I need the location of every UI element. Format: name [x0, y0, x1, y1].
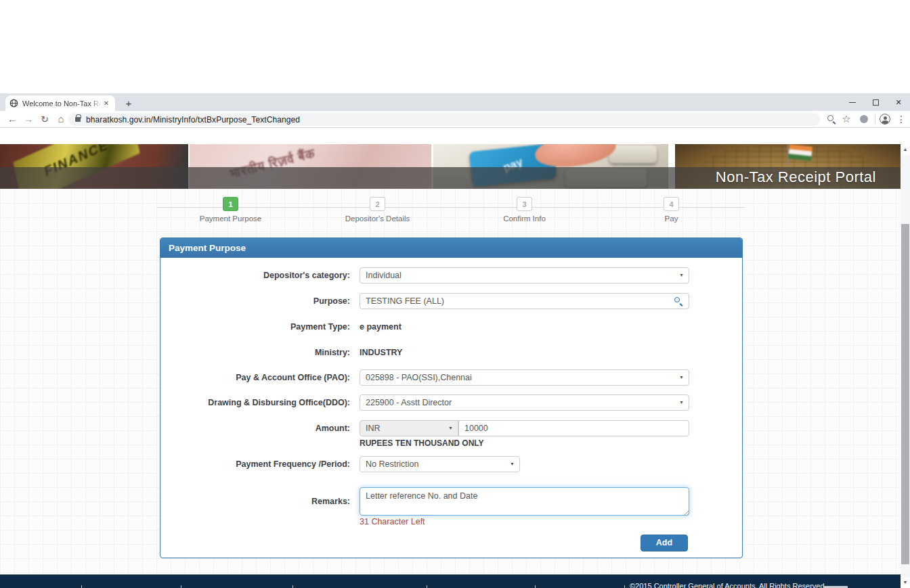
page-content: FINANCE भारतीय रिज़र्व बैंक pay Non-Tax	[0, 128, 910, 588]
globe-favicon-icon	[9, 99, 18, 108]
depositor-category-select[interactable]: Individual ▼	[360, 267, 689, 284]
step-3-box: 3	[517, 197, 532, 211]
ministry-label: Ministry:	[160, 348, 350, 357]
page-scrollbar[interactable]: ▲ ▼	[901, 144, 910, 588]
footer-separator	[624, 585, 625, 588]
step-2-box: 2	[370, 197, 385, 211]
tab-close-icon[interactable]: ✕	[102, 99, 111, 108]
frequency-label: Payment Frequency /Period:	[160, 456, 350, 472]
footer-separator	[292, 585, 293, 588]
scroll-down-arrow[interactable]: ▼	[901, 577, 910, 588]
close-button[interactable]: ✕	[887, 93, 910, 111]
currency-value: INR	[366, 424, 381, 433]
ddo-value: 225900 - Asstt Director	[366, 398, 452, 407]
amount-input[interactable]	[464, 424, 681, 433]
address-bar[interactable]: bharatkosh.gov.in/MinistryInfo/txtBxPurp…	[68, 113, 820, 126]
purpose-input[interactable]	[366, 296, 664, 306]
banner: FINANCE भारतीय रिज़र्व बैंक pay Non-Tax	[0, 144, 901, 189]
chevron-down-icon: ▼	[679, 268, 684, 283]
footer-separator	[427, 585, 427, 588]
wizard-stepper: 1 Payment Purpose 2 Depositor's Details …	[157, 197, 745, 228]
amount-in-words: RUPEES TEN THOUSAND ONLY	[360, 438, 484, 448]
depositor-category-value: Individual	[366, 271, 402, 280]
amount-label: Amount:	[160, 420, 350, 436]
depositor-category-label: Depositor's category:	[160, 267, 350, 284]
window-controls: ✕	[841, 93, 910, 111]
payment-type-value: e payment	[360, 322, 402, 332]
step-payment-purpose: 1 Payment Purpose	[157, 197, 304, 223]
scroll-up-arrow[interactable]: ▲	[901, 144, 910, 155]
tab-bar: Welcome to Non-Tax Receipt Por ✕ + ✕	[0, 93, 910, 111]
chevron-down-icon: ▼	[679, 370, 684, 385]
toolbar-divider	[875, 114, 875, 124]
ministry-value: INDUSTRY	[360, 348, 402, 357]
ddo-label: Drawing & Disbursing Office(DDO):	[160, 394, 350, 411]
amount-field	[458, 420, 689, 436]
step-3-label: Confirm Info	[451, 214, 598, 223]
add-button[interactable]: Add	[641, 535, 688, 551]
tab-title: Welcome to Non-Tax Receipt Por	[22, 99, 102, 108]
step-1-label: Payment Purpose	[157, 214, 304, 223]
step-1-box: 1	[223, 197, 238, 211]
footer-separator	[535, 585, 536, 588]
home-button[interactable]: ⌂	[54, 112, 68, 126]
browser-tab[interactable]: Welcome to Non-Tax Receipt Por ✕	[5, 95, 115, 111]
step-depositors-details: 2 Depositor's Details	[304, 197, 451, 223]
back-button[interactable]: ←	[5, 112, 19, 126]
portal-title: Non-Tax Receipt Portal	[716, 168, 876, 186]
payment-purpose-panel: Payment Purpose Depositor's category: In…	[160, 238, 743, 558]
step-confirm-info: 3 Confirm Info	[451, 197, 598, 223]
india-flag	[788, 144, 812, 160]
purpose-label: Purpose:	[160, 293, 350, 309]
ddo-select[interactable]: 225900 - Asstt Director ▼	[360, 394, 689, 411]
currency-select[interactable]: INR ▼	[360, 420, 458, 436]
panel-title: Payment Purpose	[160, 238, 742, 258]
purpose-field	[360, 293, 689, 309]
scrollbar-thumb[interactable]	[901, 224, 909, 564]
step-4-box: 4	[664, 197, 679, 211]
zoom-indicator-icon[interactable]	[825, 113, 838, 125]
footer-separator	[81, 585, 82, 588]
menu-dots-icon[interactable]: ⋮	[895, 113, 907, 125]
pao-select[interactable]: 025898 - PAO(SSI),Chennai ▼	[360, 369, 689, 386]
minimize-button[interactable]	[841, 93, 864, 111]
minimize-icon	[849, 102, 856, 103]
chevron-down-icon: ▼	[510, 457, 515, 472]
profile-avatar[interactable]	[880, 114, 890, 125]
lock-icon	[75, 117, 81, 122]
new-tab-button[interactable]: +	[122, 97, 135, 110]
url-text: bharatkosh.gov.in/MinistryInfo/txtBxPurp…	[86, 115, 300, 125]
forward-button[interactable]: →	[22, 112, 35, 126]
reload-button[interactable]: ↻	[38, 112, 51, 126]
frequency-select[interactable]: No Restriction ▼	[360, 456, 520, 472]
step-4-label: Pay	[598, 214, 745, 223]
bookmark-star-icon[interactable]: ☆	[840, 113, 852, 125]
chevron-down-icon: ▼	[448, 421, 453, 436]
footer-separator	[181, 585, 181, 588]
restore-icon	[873, 99, 879, 106]
chevron-down-icon: ▼	[679, 395, 684, 410]
browser-window: Welcome to Non-Tax Receipt Por ✕ + ✕ ← →…	[0, 93, 910, 588]
character-counter: 31 Character Left	[360, 517, 425, 526]
extension-icon[interactable]	[860, 115, 868, 123]
footer: ©2015 Controller General of Accounts. Al…	[0, 574, 901, 588]
remarks-label: Remarks:	[160, 493, 350, 510]
step-2-label: Depositor's Details	[304, 214, 451, 223]
pao-value: 025898 - PAO(SSI),Chennai	[366, 373, 472, 382]
remarks-textarea[interactable]: Letter reference No. and Date	[360, 487, 689, 516]
maximize-button[interactable]	[864, 93, 887, 111]
frequency-value: No Restriction	[366, 459, 419, 469]
search-icon[interactable]	[674, 297, 683, 306]
payment-type-label: Payment Type:	[160, 322, 350, 332]
browser-toolbar: ← → ↻ ⌂ bharatkosh.gov.in/MinistryInfo/t…	[0, 111, 910, 128]
pao-label: Pay & Account Office (PAO):	[160, 369, 350, 386]
step-pay: 4 Pay	[598, 197, 745, 223]
footer-copyright: ©2015 Controller General of Accounts. Al…	[630, 582, 827, 588]
